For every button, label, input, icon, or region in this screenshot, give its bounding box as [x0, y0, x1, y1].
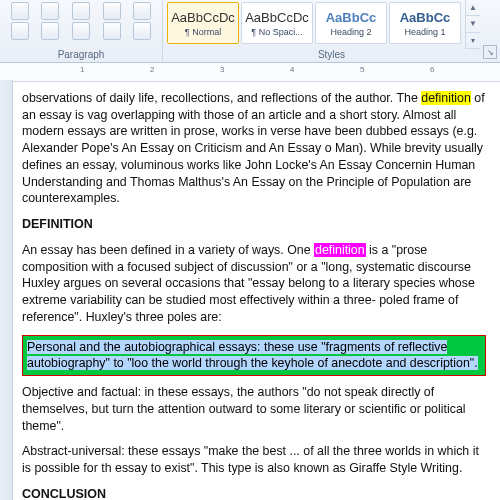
heading-definition[interactable]: DEFINITION [22, 216, 486, 233]
horizontal-ruler[interactable]: 1 2 3 4 5 6 [0, 63, 500, 82]
text-selection: Personal and the autobiographical essays… [27, 340, 478, 371]
paragraph-group: Paragraph ↘ [0, 0, 163, 62]
styles-dialog-launcher[interactable]: ↘ [483, 45, 497, 59]
style-normal[interactable]: AaBbCcDc ¶ Normal [167, 2, 239, 44]
bullets-icon[interactable] [11, 2, 29, 20]
paragraph-group-label: Paragraph [58, 49, 105, 60]
style-gallery: AaBbCcDc ¶ Normal AaBbCcDc ¶ No Spaci...… [163, 0, 465, 49]
align-left-icon[interactable] [11, 22, 29, 40]
body-text[interactable]: observations of daily life, recollection… [22, 90, 486, 207]
heading-conclusion[interactable]: CONCLUSION [22, 486, 486, 500]
align-center-icon[interactable] [41, 22, 59, 40]
style-scroll-more-icon[interactable]: ▾ [466, 33, 480, 49]
styles-group: AaBbCcDc ¶ Normal AaBbCcDc ¶ No Spaci...… [163, 0, 500, 62]
shading-icon[interactable] [133, 22, 151, 40]
indent-dec-icon[interactable] [103, 2, 121, 20]
highlight-yellow: definition [421, 91, 471, 105]
body-text[interactable]: Objective and factual: in these essays, … [22, 384, 486, 434]
style-no-spacing[interactable]: AaBbCcDc ¶ No Spaci... [241, 2, 313, 44]
style-scroll: ▲ ▼ ▾ [465, 0, 480, 49]
body-text[interactable]: Abstract-universal: these essays "make t… [22, 443, 486, 476]
align-right-icon[interactable] [72, 22, 90, 40]
vertical-ruler[interactable] [0, 80, 13, 500]
style-heading2[interactable]: AaBbCc Heading 2 [315, 2, 387, 44]
style-heading1[interactable]: AaBbCc Heading 1 [389, 2, 461, 44]
highlight-green-box[interactable]: Personal and the autobiographical essays… [22, 335, 486, 376]
styles-group-label: Styles [163, 49, 500, 60]
highlight-magenta: definition [314, 243, 366, 257]
ribbon: Paragraph ↘ AaBbCcDc ¶ Normal AaBbCcDc ¶… [0, 0, 500, 63]
line-spacing-icon[interactable] [103, 22, 121, 40]
multilevel-icon[interactable] [72, 2, 90, 20]
document-body[interactable]: observations of daily life, recollection… [0, 82, 500, 500]
body-text[interactable]: An essay has been defined in a variety o… [22, 242, 486, 326]
indent-inc-icon[interactable] [133, 2, 151, 20]
numbering-icon[interactable] [41, 2, 59, 20]
style-scroll-up-icon[interactable]: ▲ [466, 0, 480, 16]
style-scroll-down-icon[interactable]: ▼ [466, 16, 480, 32]
